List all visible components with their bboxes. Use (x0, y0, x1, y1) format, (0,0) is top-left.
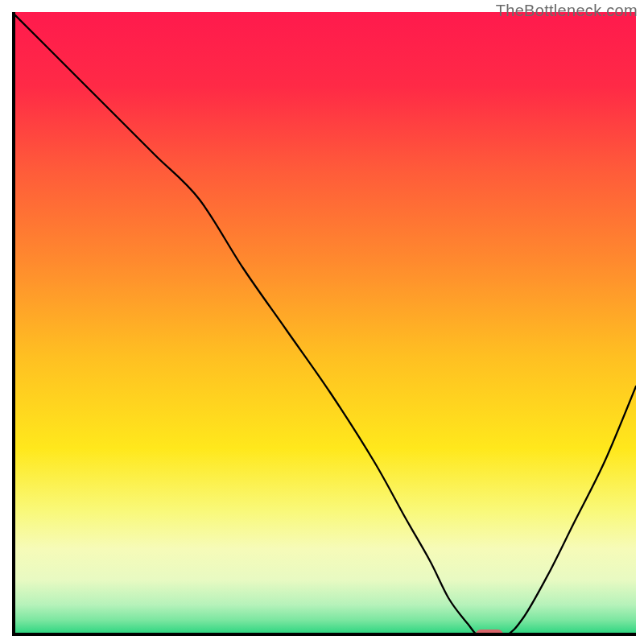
chart-container (12, 12, 636, 636)
watermark-text: TheBottleneck.com (496, 2, 638, 20)
bottleneck-chart (12, 12, 636, 636)
